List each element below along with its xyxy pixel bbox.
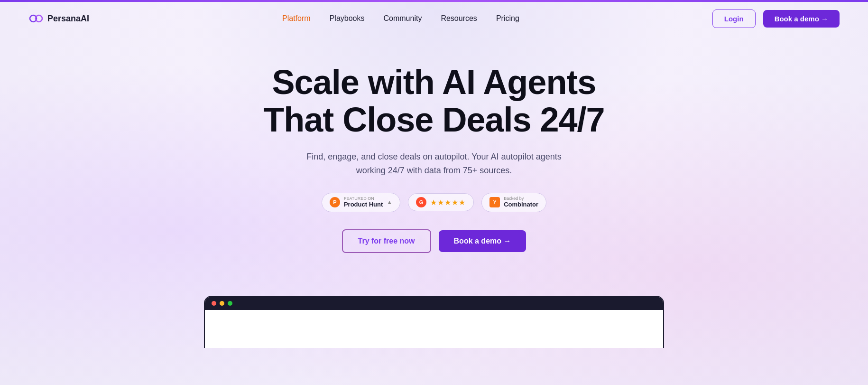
hero-title: Scale with AI Agents That Close Deals 24…: [263, 64, 604, 139]
yc-combinator-name: Combinator: [504, 201, 538, 208]
product-hunt-badge[interactable]: P FEATURED ON Product Hunt ▲: [322, 193, 400, 212]
window-dot-yellow: [220, 301, 224, 306]
nav-item-community[interactable]: Community: [383, 14, 422, 23]
book-demo-nav-button[interactable]: Book a demo →: [763, 10, 840, 28]
product-hunt-name: Product Hunt: [344, 201, 383, 208]
book-demo-hero-button[interactable]: Book a demo →: [439, 230, 526, 252]
navbar: PersanaAI Platform Playbooks Community R…: [0, 2, 868, 35]
nav-link-playbooks[interactable]: Playbooks: [330, 14, 365, 22]
nav-link-pricing[interactable]: Pricing: [496, 14, 519, 22]
yc-backed-label: Backed by: [504, 197, 524, 201]
product-hunt-featured: FEATURED ON: [344, 197, 374, 201]
window-dot-green: [228, 301, 232, 306]
window-dot-red: [212, 301, 216, 306]
hero-section: Scale with AI Agents That Close Deals 24…: [0, 35, 868, 272]
logo-text: PersanaAI: [47, 14, 89, 24]
nav-link-platform[interactable]: Platform: [282, 14, 311, 22]
nav-item-platform[interactable]: Platform: [282, 14, 311, 23]
hero-title-line1: Scale with AI Agents: [272, 63, 596, 101]
cta-row: Try for free now Book a demo →: [342, 229, 526, 253]
demo-window-content: [205, 310, 663, 348]
hero-title-line2: That Close Deals 24/7: [263, 101, 604, 139]
demo-window-wrapper: [0, 296, 868, 348]
g2-icon: G: [416, 197, 426, 207]
nav-item-resources[interactable]: Resources: [441, 14, 477, 23]
yc-badge[interactable]: Y Backed by Combinator: [481, 193, 546, 212]
nav-link-resources[interactable]: Resources: [441, 14, 477, 22]
yc-icon: Y: [489, 197, 500, 207]
nav-item-playbooks[interactable]: Playbooks: [330, 14, 365, 23]
yc-text: Backed by Combinator: [504, 197, 538, 208]
hero-subtitle: Find, engage, and close deals on autopil…: [301, 150, 567, 178]
demo-window: [204, 296, 664, 348]
product-hunt-text: FEATURED ON Product Hunt: [344, 197, 383, 208]
logo-icon: [28, 11, 44, 26]
logo[interactable]: PersanaAI: [28, 11, 89, 26]
demo-window-bar: [205, 297, 663, 310]
try-free-button[interactable]: Try for free now: [342, 229, 431, 253]
product-hunt-icon: P: [330, 197, 340, 207]
g2-stars: ★★★★★: [430, 198, 466, 207]
product-hunt-arrow: ▲: [387, 199, 392, 206]
nav-actions: Login Book a demo →: [712, 9, 840, 28]
nav-item-pricing[interactable]: Pricing: [496, 14, 519, 23]
login-button[interactable]: Login: [712, 9, 756, 28]
g2-badge[interactable]: G ★★★★★: [408, 193, 474, 211]
badges-row: P FEATURED ON Product Hunt ▲ G ★★★★★ Y B…: [322, 193, 546, 212]
nav-links: Platform Playbooks Community Resources P…: [282, 14, 519, 23]
nav-link-community[interactable]: Community: [383, 14, 422, 22]
